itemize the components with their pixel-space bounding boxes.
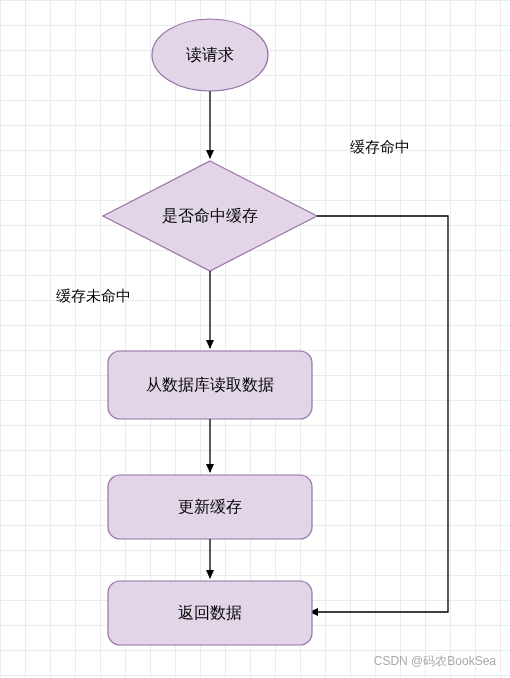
edge-hit-label: 缓存命中	[350, 138, 410, 155]
node-decision: 是否命中缓存	[103, 161, 317, 271]
node-return: 返回数据	[108, 581, 312, 645]
node-start-label: 读请求	[186, 46, 234, 63]
node-updatecache-label: 更新缓存	[178, 498, 242, 515]
node-updatecache: 更新缓存	[108, 475, 312, 539]
node-readdb-label: 从数据库读取数据	[146, 376, 274, 393]
edge-miss-label: 缓存未命中	[56, 287, 131, 304]
flowchart-diagram: 读请求 是否命中缓存 缓存命中 缓存未命中 从数据库读取数据 更新缓存 返回数据	[0, 0, 510, 678]
edge-hit-path	[310, 216, 448, 612]
node-readdb: 从数据库读取数据	[108, 351, 312, 419]
node-start: 读请求	[152, 19, 268, 91]
watermark-text: CSDN @码农BookSea	[374, 653, 496, 670]
node-return-label: 返回数据	[178, 604, 242, 621]
node-decision-label: 是否命中缓存	[162, 207, 258, 224]
